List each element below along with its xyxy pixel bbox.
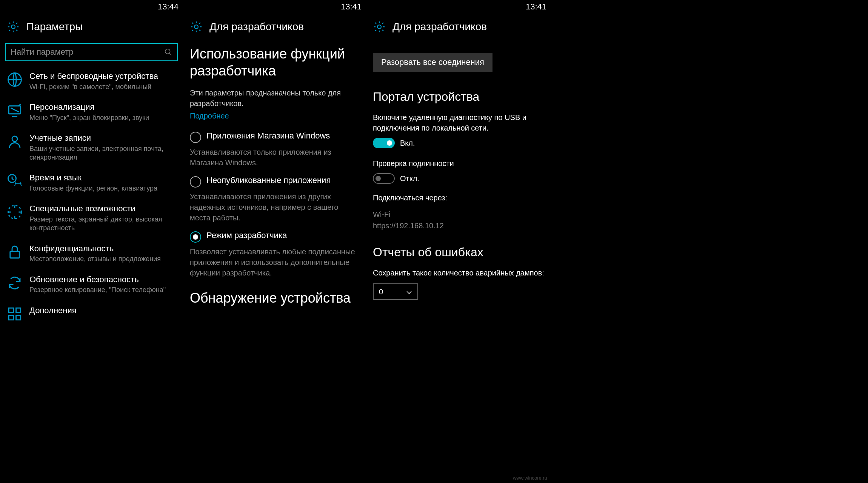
settings-item-desc: Меню "Пуск", экран блокировки, звуки <box>29 114 176 122</box>
title-bar: Параметры <box>0 14 183 40</box>
settings-item-update[interactable]: Обновление и безопасность Резервное копи… <box>5 269 178 300</box>
radio-icon <box>190 231 201 243</box>
svg-rect-11 <box>10 251 20 258</box>
title-bar: Для разработчиков <box>366 14 551 40</box>
status-bar: 13:41 <box>366 0 551 14</box>
settings-item-desc: Резервное копирование, "Поиск телефона" <box>29 286 176 294</box>
time-language-icon <box>7 173 23 189</box>
settings-item-label: Персонализация <box>29 102 176 113</box>
search-box[interactable] <box>5 43 178 61</box>
settings-item-label: Конфиденциальность <box>29 243 176 254</box>
page-title: Для разработчиков <box>209 21 304 33</box>
settings-item-desc: Размер текста, экранный диктор, высокая … <box>29 215 176 233</box>
gear-icon <box>373 20 386 33</box>
svg-point-8 <box>12 136 17 142</box>
radio-desc: Устанавливаются только приложения из Маг… <box>190 147 359 168</box>
extras-icon <box>7 306 23 322</box>
search-input[interactable] <box>11 47 164 57</box>
settings-item-desc: Голосовые функции, регион, клавиатура <box>29 184 176 193</box>
title-bar: Для разработчиков <box>183 14 366 40</box>
auth-heading: Проверка подлинности <box>373 158 544 169</box>
svg-point-4 <box>11 25 15 29</box>
sync-icon <box>7 275 23 291</box>
svg-point-23 <box>377 25 381 29</box>
radio-label: Режим разработчика <box>206 231 359 240</box>
settings-item-desc: Wi-Fi, режим "в самолете", мобильный <box>29 83 176 91</box>
svg-rect-13 <box>16 308 21 312</box>
radio-option-sideload[interactable]: Неопубликованные приложения <box>190 175 359 188</box>
radio-label: Приложения Магазина Windows <box>206 131 359 141</box>
connect-via-network: Wi-Fi <box>373 209 544 220</box>
section-intro: Эти параметры предназначены только для р… <box>190 88 359 109</box>
settings-item-label: Обновление и безопасность <box>29 274 176 285</box>
crash-dumps-label: Сохранить такое количество аварийных дам… <box>373 268 544 278</box>
gear-icon <box>190 20 203 33</box>
radio-icon <box>190 176 201 188</box>
personalization-icon <box>7 103 23 118</box>
person-icon <box>7 134 23 149</box>
settings-item-network[interactable]: Сеть и беспроводные устройства Wi-Fi, ре… <box>5 66 178 97</box>
lock-icon <box>7 244 23 260</box>
crash-reports-heading: Отчеты об ошибках <box>373 245 544 259</box>
connect-via-url: https://192.168.10.12 <box>373 220 544 231</box>
search-icon <box>164 48 172 56</box>
radio-desc: Устанавливаются приложения из других над… <box>190 191 359 223</box>
settings-item-desc: Ваши учетные записи, электронная почта, … <box>29 145 176 162</box>
toggle-state-label: Вкл. <box>400 139 415 148</box>
portal-toggle[interactable] <box>373 138 395 148</box>
section-heading: Использование функций разработчика <box>190 45 359 79</box>
settings-item-accessibility[interactable]: Специальные возможности Размер текста, э… <box>5 198 178 238</box>
svg-point-5 <box>165 49 170 54</box>
toggle-state-label: Откл. <box>400 174 419 183</box>
portal-heading: Портал устройства <box>373 90 544 104</box>
svg-point-19 <box>194 25 198 29</box>
accessibility-icon <box>7 204 23 220</box>
chevron-down-icon <box>406 288 412 296</box>
auth-toggle[interactable] <box>373 173 395 184</box>
settings-item-desc: Местоположение, отзывы и предложения <box>29 255 176 263</box>
svg-rect-15 <box>16 315 21 320</box>
svg-rect-12 <box>9 308 13 312</box>
portal-description: Включите удаленную диагностику по USB и … <box>373 112 544 133</box>
dropdown-value: 0 <box>379 288 383 296</box>
radio-option-store-apps[interactable]: Приложения Магазина Windows <box>190 131 359 143</box>
section-heading-discovery: Обнаружение устройства <box>190 289 359 306</box>
status-bar: 13:44 <box>0 0 183 14</box>
settings-item-label: Специальные возможности <box>29 203 176 214</box>
svg-rect-14 <box>9 315 13 320</box>
radio-icon <box>190 132 201 143</box>
settings-item-label: Сеть и беспроводные устройства <box>29 71 176 82</box>
settings-item-accounts[interactable]: Учетные записи Ваши учетные записи, элек… <box>5 128 178 167</box>
settings-item-label: Учетные записи <box>29 133 176 144</box>
screen-developer-options: 13:41 Для разработчиков Использование фу… <box>183 0 366 483</box>
radio-option-dev-mode[interactable]: Режим разработчика <box>190 231 359 243</box>
screen-settings: 13:44 Параметры Сеть и беспроводные устр… <box>0 0 183 483</box>
disconnect-all-button[interactable]: Разорвать все соединения <box>373 53 492 72</box>
settings-item-extras[interactable]: Дополнения <box>5 300 178 327</box>
status-bar: 13:41 <box>183 0 366 14</box>
screen-device-portal: 13:41 Для разработчиков Разорвать все со… <box>366 0 551 483</box>
settings-item-time-language[interactable]: Время и язык Голосовые функции, регион, … <box>5 167 178 198</box>
status-clock: 13:44 <box>158 2 179 12</box>
crash-dumps-dropdown[interactable]: 0 <box>373 283 418 300</box>
settings-item-label: Время и язык <box>29 172 176 183</box>
radio-label: Неопубликованные приложения <box>206 175 359 185</box>
settings-item-privacy[interactable]: Конфиденциальность Местоположение, отзыв… <box>5 238 178 269</box>
learn-more-link[interactable]: Подробнее <box>190 112 229 120</box>
radio-desc: Позволяет устанавливать любые подписанны… <box>190 246 359 278</box>
page-title: Для разработчиков <box>392 21 487 33</box>
settings-item-personalization[interactable]: Персонализация Меню "Пуск", экран блокир… <box>5 97 178 128</box>
settings-item-label: Дополнения <box>29 305 176 316</box>
watermark: www.wincore.ru <box>513 475 547 481</box>
connect-via-heading: Подключаться через: <box>373 194 544 202</box>
globe-icon <box>7 72 23 88</box>
gear-icon <box>7 20 20 33</box>
page-title: Параметры <box>26 21 83 33</box>
status-clock: 13:41 <box>526 2 546 12</box>
status-clock: 13:41 <box>341 2 362 12</box>
